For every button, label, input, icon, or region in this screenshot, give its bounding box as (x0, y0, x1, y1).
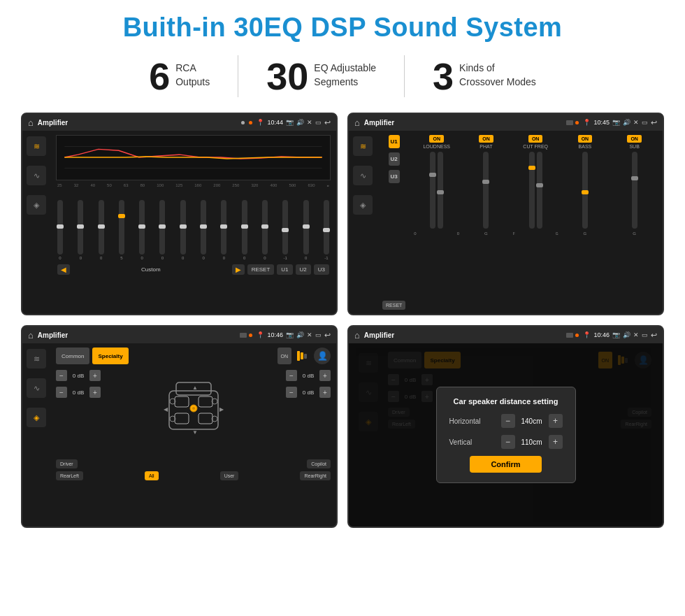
u2-crossover-button[interactable]: U2 (389, 152, 400, 166)
rearright-button[interactable]: RearRight (300, 471, 331, 480)
rearleft-button[interactable]: RearLeft (56, 471, 83, 480)
close-icon-1[interactable]: ✕ (307, 119, 312, 126)
db-minus-4[interactable]: − (286, 387, 297, 398)
speaker-icon-side-2[interactable]: ◈ (353, 195, 373, 215)
vertical-minus-button[interactable]: − (501, 435, 515, 449)
bottom-btns-row-2: RearLeft All User RearRight (56, 471, 331, 480)
next-preset-button[interactable]: ▶ (232, 264, 245, 275)
eq-thumb-5[interactable] (159, 224, 166, 229)
u1-button[interactable]: U1 (277, 264, 292, 275)
eq-thumb-3[interactable] (118, 214, 125, 218)
loudness-track-1[interactable] (430, 152, 435, 229)
home-icon-3[interactable]: ⌂ (28, 330, 34, 341)
close-icon-3[interactable]: ✕ (307, 331, 312, 338)
more-icon[interactable]: » (327, 183, 329, 187)
u2-button[interactable]: U2 (296, 264, 311, 275)
eq-thumb-1[interactable] (77, 224, 84, 229)
prev-preset-button[interactable]: ◀ (57, 264, 70, 275)
eq-thumb-0[interactable] (57, 224, 64, 229)
u3-button[interactable]: U3 (314, 264, 329, 275)
db-plus-2[interactable]: + (89, 387, 101, 398)
db-row-2: − 0 dB + (56, 387, 101, 398)
tab-specialty[interactable]: Specialty (92, 348, 128, 364)
window-icon-1[interactable]: ▭ (315, 119, 322, 126)
home-icon[interactable]: ⌂ (28, 117, 34, 128)
confirm-button[interactable]: Confirm (470, 456, 541, 473)
eq-thumb-9[interactable] (241, 224, 248, 229)
eq-icon-2[interactable]: ≋ (353, 136, 373, 156)
copilot-button[interactable]: Copilot (307, 459, 331, 468)
db-plus-4[interactable]: + (319, 387, 331, 398)
eq-thumb-12[interactable] (303, 224, 310, 229)
db-plus-1[interactable]: + (89, 370, 101, 381)
reset-button-1[interactable]: RESET (247, 264, 275, 275)
window-icon-2[interactable]: ▭ (642, 119, 648, 126)
eq-thumb-6[interactable] (180, 224, 187, 229)
eq-thumb-10[interactable] (261, 224, 268, 229)
window-icon-3[interactable]: ▭ (315, 331, 322, 338)
pin-icon: 📍 (257, 119, 264, 126)
bass-track[interactable] (582, 152, 588, 229)
all-button[interactable]: All (145, 471, 159, 480)
user-profile-icon[interactable]: 👤 (314, 348, 331, 364)
wave-icon-2[interactable]: ∿ (353, 166, 373, 185)
horizontal-label: Horizontal (449, 417, 491, 425)
horizontal-plus-button[interactable]: + (549, 414, 563, 428)
home-icon-2[interactable]: ⌂ (354, 117, 360, 128)
screen-eq: ⌂ Amplifier 📍 10:44 📷 🔊 ✕ ▭ ↩ ≋ ∿ (21, 113, 338, 315)
vertical-plus-button[interactable]: + (549, 435, 563, 449)
db-minus-2[interactable]: − (56, 387, 67, 398)
back-icon-1[interactable]: ↩ (324, 118, 331, 127)
eq-thumb-2[interactable] (98, 224, 105, 229)
speaker-icon-side[interactable]: ◈ (27, 195, 46, 215)
tab-common[interactable]: Common (56, 348, 89, 364)
sub-on-button[interactable]: ON (627, 135, 642, 143)
horizontal-minus-button[interactable]: − (501, 414, 515, 428)
wave-icon-3[interactable]: ∿ (27, 378, 46, 398)
crossover-main: U1 U2 U3 RESET ON LOUDNESS (377, 131, 663, 314)
db-minus-1[interactable]: − (56, 370, 67, 381)
camera-icon-3: 📷 (286, 331, 294, 338)
db-plus-3[interactable]: + (319, 370, 331, 381)
reset-crossover-button[interactable]: RESET (382, 301, 405, 310)
eq-icon-3[interactable]: ≋ (27, 349, 46, 368)
eq-thumb-4[interactable] (138, 224, 145, 229)
wave-icon[interactable]: ∿ (27, 166, 46, 185)
window-icon-4[interactable]: ▭ (642, 331, 648, 338)
eq-slider-9: 0 (242, 200, 247, 260)
cutfreq-track-f[interactable] (529, 152, 535, 229)
eq-thumb-13[interactable] (323, 228, 330, 232)
u1-crossover-button[interactable]: U1 (389, 135, 400, 148)
back-icon-2[interactable]: ↩ (651, 118, 657, 127)
fader-on-button[interactable]: ON (277, 348, 292, 364)
bass-on-button[interactable]: ON (578, 135, 593, 143)
status-bar-1: ⌂ Amplifier 📍 10:44 📷 🔊 ✕ ▭ ↩ (22, 114, 336, 131)
close-icon-2[interactable]: ✕ (633, 119, 639, 126)
sub-track[interactable] (632, 152, 637, 229)
phat-track[interactable] (483, 152, 489, 229)
cutfreq-on-button[interactable]: ON (528, 135, 543, 143)
cutfreq-track-g[interactable] (537, 152, 542, 229)
u3-crossover-button[interactable]: U3 (389, 170, 400, 183)
driver-button[interactable]: Driver (56, 459, 78, 468)
user-button[interactable]: User (220, 471, 239, 480)
back-icon-3[interactable]: ↩ (324, 331, 331, 340)
speaker-icon-3[interactable]: ◈ (27, 408, 46, 427)
eq-thumb-8[interactable] (220, 224, 227, 229)
crossover-side: ≋ ∿ ◈ (349, 131, 377, 314)
loudness-track-2[interactable] (438, 152, 443, 229)
eq-thumb-11[interactable] (282, 228, 289, 232)
home-icon-4[interactable]: ⌂ (354, 330, 360, 341)
status-bar-2: ⌂ Amplifier 📍 10:45 📷 🔊 ✕ ▭ ↩ (349, 114, 663, 131)
loudness-on-button[interactable]: ON (429, 135, 444, 143)
eq-icon[interactable]: ≋ (27, 136, 46, 156)
speaker-main: Common Specialty ON 👤 (50, 343, 336, 527)
back-icon-4[interactable]: ↩ (651, 331, 657, 340)
car-diagram-area: ▲ ▼ ◀ ▶ (105, 370, 282, 454)
stat-eq: 30 EQ AdjustableSegments (238, 57, 404, 95)
close-icon-4[interactable]: ✕ (633, 331, 639, 338)
phat-on-button[interactable]: ON (479, 135, 493, 143)
eq-slider-12: 0 (303, 200, 309, 260)
db-minus-3[interactable]: − (286, 370, 297, 381)
eq-thumb-7[interactable] (200, 224, 207, 229)
